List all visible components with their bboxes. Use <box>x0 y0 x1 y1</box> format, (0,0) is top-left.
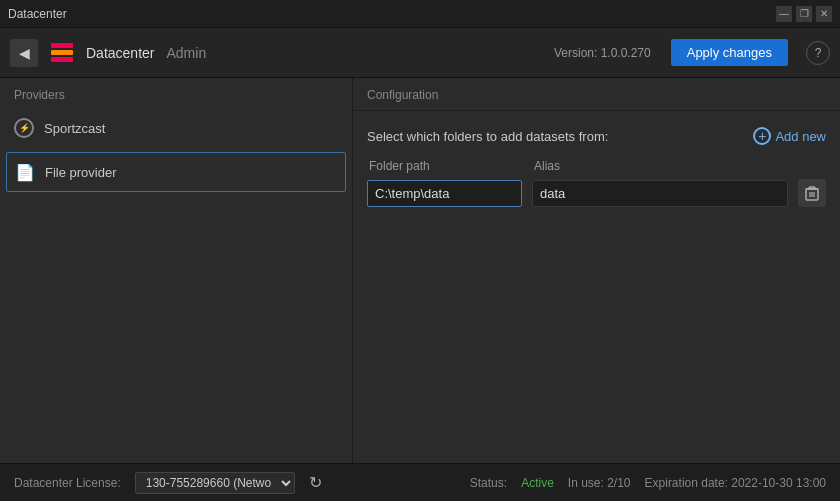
logo-icon <box>48 42 76 64</box>
admin-label: Admin <box>166 45 206 61</box>
sidebar: Providers ⚡ Sportzcast 📄 File provider <box>0 78 353 463</box>
status-label: Status: <box>470 476 507 490</box>
license-select[interactable]: 130-755289660 (Netwo... <box>135 472 295 494</box>
sidebar-item-label-file-provider: File provider <box>45 165 117 180</box>
config-section-title: Configuration <box>353 78 840 111</box>
version-label: Version: 1.0.0.270 <box>554 46 651 60</box>
add-new-button[interactable]: + Add new <box>753 127 826 145</box>
sidebar-item-file-provider[interactable]: 📄 File provider <box>6 152 346 192</box>
sidebar-section-title: Providers <box>0 78 352 108</box>
title-bar-left: Datacenter <box>8 7 67 21</box>
back-button[interactable]: ◀ <box>10 39 38 67</box>
sportzcast-icon: ⚡ <box>14 118 34 138</box>
folder-row <box>367 179 826 207</box>
title-bar: Datacenter — ❐ ✕ <box>0 0 840 28</box>
file-provider-icon: 📄 <box>15 162 35 182</box>
trash-icon <box>805 185 819 201</box>
app-title: Datacenter <box>86 45 154 61</box>
folder-row-headers: Folder path Alias <box>367 159 826 173</box>
footer-bar: Datacenter License: 130-755289660 (Netwo… <box>0 463 840 501</box>
sidebar-item-sportzcast[interactable]: ⚡ Sportzcast <box>0 108 352 148</box>
header-bar: ◀ Datacenter Admin Version: 1.0.0.270 Ap… <box>0 28 840 78</box>
sidebar-item-label-sportzcast: Sportzcast <box>44 121 105 136</box>
add-icon: + <box>753 127 771 145</box>
folder-path-header: Folder path <box>369 159 524 173</box>
status-value: Active <box>521 476 554 490</box>
license-label: Datacenter License: <box>14 476 121 490</box>
close-button[interactable]: ✕ <box>816 6 832 22</box>
alias-input[interactable] <box>532 180 788 207</box>
config-instruction: Select which folders to add datasets fro… <box>367 127 826 145</box>
content-area: Configuration Select which folders to ad… <box>353 78 840 463</box>
main-layout: Providers ⚡ Sportzcast 📄 File provider C… <box>0 78 840 463</box>
add-new-label: Add new <box>775 129 826 144</box>
in-use-label: In use: 2/10 <box>568 476 631 490</box>
expiry-label: Expiration date: 2022-10-30 13:00 <box>645 476 826 490</box>
alias-header: Alias <box>534 159 824 173</box>
instruction-text: Select which folders to add datasets fro… <box>367 129 608 144</box>
delete-row-button[interactable] <box>798 179 826 207</box>
title-bar-controls: — ❐ ✕ <box>776 6 832 22</box>
minimize-button[interactable]: — <box>776 6 792 22</box>
help-button[interactable]: ? <box>806 41 830 65</box>
apply-changes-button[interactable]: Apply changes <box>671 39 788 66</box>
refresh-button[interactable]: ↻ <box>309 473 322 492</box>
app-name: Datacenter <box>8 7 67 21</box>
folder-path-input[interactable] <box>367 180 522 207</box>
config-body: Select which folders to add datasets fro… <box>353 111 840 223</box>
restore-button[interactable]: ❐ <box>796 6 812 22</box>
